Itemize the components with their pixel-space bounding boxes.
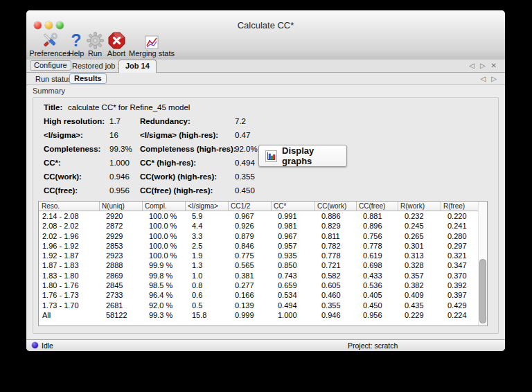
table-cell: 2733 <box>99 290 142 300</box>
table-row[interactable]: 1.87 - 1.83288899.9 %1.30.5650.8500.7210… <box>39 260 479 270</box>
table-cell: 100.0 % <box>142 231 185 241</box>
table-cell: 0.450 <box>356 301 398 310</box>
table-row[interactable]: 1.73 - 1.70268192.0 %0.50.1390.4940.3550… <box>39 301 479 310</box>
subtab-scroll-right-icon[interactable]: ▷ <box>491 75 497 83</box>
tab-run-status[interactable]: Run status <box>33 75 75 84</box>
table-cell: 92.0 % <box>142 301 185 310</box>
table-row[interactable]: 2.14 - 2.082920100.0 %5.90.9670.9910.886… <box>39 211 479 221</box>
stat-label-high-res: CC(free) (high-res): <box>140 184 213 197</box>
stat-value-high-res: 7.2 <box>235 114 246 128</box>
stat-label: CC(work): <box>44 170 82 184</box>
table-cell: 0.229 <box>398 310 441 320</box>
table-scrollbar[interactable] <box>478 202 487 326</box>
column-header[interactable]: R(free) <box>441 202 479 211</box>
table-cell: 0.957 <box>271 241 314 251</box>
toolbar-item-merging-stats[interactable]: Merging stats <box>127 30 176 57</box>
table-cell: 96.4 % <box>142 290 185 300</box>
project-label: Project: scratch <box>348 341 398 350</box>
tab-scroll-right-icon[interactable]: ▷ <box>480 62 486 70</box>
stat-value-high-res: 0.355 <box>235 170 255 184</box>
table-cell: 99.8 % <box>142 271 185 280</box>
table-cell: 2.08 - 2.02 <box>39 221 99 231</box>
tab-scroll-left-icon[interactable]: ◁ <box>469 62 475 70</box>
table-cell: 0.967 <box>228 211 271 221</box>
table-row[interactable]: 1.83 - 1.80286999.8 %1.00.3810.7430.5820… <box>39 271 479 280</box>
summary-panel: Title: calculate CC* for Refine_45 model… <box>33 97 499 334</box>
column-header[interactable]: Compl. <box>142 202 185 211</box>
stat-value-high-res: 0.494 <box>235 156 255 170</box>
table-row[interactable]: 1.80 - 1.76284598.5 %0.80.2770.6590.6050… <box>39 280 479 290</box>
table-cell: 2.02 - 1.96 <box>39 231 99 241</box>
column-header[interactable]: CC(work) <box>314 202 356 211</box>
table-cell: 2853 <box>99 241 142 251</box>
table-cell: 0.139 <box>228 301 271 310</box>
table-cell: 100.0 % <box>142 241 185 251</box>
table-cell: 0.357 <box>398 271 441 280</box>
table-cell: 98.5 % <box>142 280 185 290</box>
table-cell: 0.370 <box>441 271 479 280</box>
table-cell: 0.775 <box>228 251 271 260</box>
table-cell: All <box>39 310 99 320</box>
column-header[interactable]: CC1/2 <box>228 202 271 211</box>
column-header[interactable]: R(work) <box>398 202 441 211</box>
column-header[interactable]: CC* <box>271 202 314 211</box>
table-cell: 0.659 <box>271 280 314 290</box>
table-row[interactable]: 1.76 - 1.73273396.4 %0.60.1660.5340.4600… <box>39 290 479 300</box>
table-cell: 2681 <box>99 301 142 310</box>
display-graphs-button[interactable]: Display graphs <box>258 145 347 167</box>
table-row[interactable]: All5812299.3 %15.80.9991.0000.9460.9560.… <box>39 310 479 320</box>
table-cell: 0.5 <box>185 301 228 310</box>
table-cell: 0.265 <box>398 231 441 241</box>
table-row[interactable]: 2.02 - 1.962929100.0 %3.30.8790.9670.811… <box>39 231 479 241</box>
display-graphs-label: Display graphs <box>282 145 346 166</box>
table-cell: 0.241 <box>441 221 479 231</box>
table-cell: 0.397 <box>441 290 479 300</box>
column-header[interactable]: Reso. <box>39 202 99 211</box>
stat-value: 1.000 <box>109 156 130 170</box>
table-cell: 0.534 <box>271 290 314 300</box>
table-cell: 2845 <box>99 280 142 290</box>
stat-label-high-res: CC* (high-res): <box>140 156 196 170</box>
stat-value: 0.946 <box>109 170 130 184</box>
table-cell: 2920 <box>99 211 142 221</box>
results-table-body: 2.14 - 2.082920100.0 %5.90.9670.9910.886… <box>39 211 479 326</box>
results-table-header: Reso.N(uniq)Compl.<I/sigma>CC1/2CC*CC(wo… <box>39 202 487 211</box>
column-header[interactable]: <I/sigma> <box>185 202 228 211</box>
table-cell: 2929 <box>99 231 142 241</box>
table-cell: 3.3 <box>185 231 228 241</box>
window-title: Calculate CC* <box>26 20 505 30</box>
subtab-scroll-left-icon[interactable]: ◁ <box>481 75 486 83</box>
column-header[interactable]: N(uniq) <box>99 202 142 211</box>
tab-close-icon[interactable]: ✕ <box>491 62 497 70</box>
table-cell: 0.981 <box>271 221 314 231</box>
table-cell: 0.409 <box>398 290 441 300</box>
status-led-icon <box>32 342 38 348</box>
screenshot-stage: Calculate CC* Pre <box>0 0 532 392</box>
tab-nav-controls: ◁ ▷ ✕ <box>469 62 497 70</box>
table-cell: 0.850 <box>271 260 314 270</box>
table-cell: 99.3 % <box>142 310 185 320</box>
stat-label: Completeness: <box>44 142 100 156</box>
scrollbar-thumb[interactable] <box>479 259 486 323</box>
stat-label-high-res: CC(work) (high-res): <box>140 170 217 184</box>
stat-value: 16 <box>109 128 118 142</box>
table-row[interactable]: 1.92 - 1.872923100.0 %1.90.7750.9350.778… <box>39 251 479 260</box>
column-header[interactable]: CC(free) <box>356 202 398 211</box>
table-cell: 0.536 <box>356 280 398 290</box>
stat-label-high-res: <I/sigma> (high-res): <box>140 128 218 142</box>
table-row[interactable]: 1.96 - 1.922853100.0 %2.50.8460.9570.782… <box>39 241 479 251</box>
table-cell: 0.619 <box>356 251 398 260</box>
table-cell: 0.220 <box>441 211 479 221</box>
tab-results[interactable]: Results <box>69 73 107 84</box>
stat-value-high-res: 92.0% <box>235 142 258 156</box>
table-cell: 1.73 - 1.70 <box>39 301 99 310</box>
tab-configure[interactable]: Configure <box>30 60 71 71</box>
stat-value-high-res: 0.47 <box>235 128 250 142</box>
table-cell: 2869 <box>99 271 142 280</box>
table-row[interactable]: 2.08 - 2.022872100.0 %4.40.9260.9810.829… <box>39 221 479 231</box>
table-cell: 0.382 <box>398 280 441 290</box>
table-cell: 0.245 <box>398 221 441 231</box>
tab-job-14[interactable]: Job 14 <box>118 60 157 73</box>
toolbar-label: Merging stats <box>127 49 176 57</box>
summary-title-row: Title: calculate CC* for Refine_45 model <box>33 100 498 114</box>
